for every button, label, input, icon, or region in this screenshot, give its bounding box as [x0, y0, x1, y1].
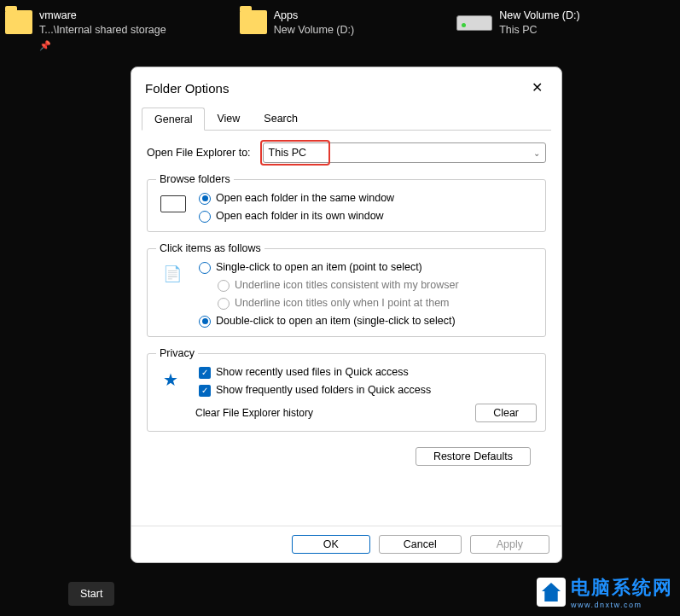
- watermark-title: 电脑系统网: [571, 575, 673, 601]
- clear-history-label: Clear File Explorer history: [195, 407, 313, 419]
- shortcut-name: vmware: [39, 9, 166, 23]
- watermark-logo-icon: [537, 578, 566, 607]
- folder-icon: [240, 10, 267, 34]
- watermark: 电脑系统网 www.dnxtw.com: [537, 575, 673, 609]
- open-explorer-label: Open File Explorer to:: [147, 147, 251, 159]
- radio-icon: [199, 262, 211, 274]
- chevron-down-icon: ⌄: [533, 148, 540, 158]
- desktop-shortcut-vmware[interactable]: vmware T...\Internal shared storage 📌: [0, 9, 166, 52]
- quick-access-icon: [163, 369, 183, 390]
- tabs: General View Search: [142, 107, 551, 131]
- radio-icon: [218, 298, 230, 310]
- radio-underline-browser: Underline icon titles consistent with my…: [218, 279, 537, 292]
- click-items-group: Click items as follows Single-click to o…: [147, 242, 546, 337]
- click-legend: Click items as follows: [156, 242, 264, 254]
- folder-options-dialog: Folder Options ✕ General View Search Ope…: [131, 67, 562, 563]
- cancel-button[interactable]: Cancel: [379, 535, 462, 554]
- desktop-shortcut-apps[interactable]: Apps New Volume (D:): [235, 9, 354, 52]
- dialog-title: Folder Options: [145, 81, 229, 96]
- open-explorer-dropdown[interactable]: This PC ⌄: [263, 142, 546, 163]
- close-button[interactable]: ✕: [528, 78, 546, 98]
- tab-view[interactable]: View: [205, 108, 252, 131]
- privacy-legend: Privacy: [156, 347, 198, 359]
- cursor-icon: [163, 264, 183, 287]
- radio-icon: [199, 211, 211, 223]
- radio-double-click[interactable]: Double-click to open an item (single-cli…: [199, 315, 537, 328]
- pin-icon: 📌: [39, 39, 166, 52]
- shortcut-name: New Volume (D:): [499, 9, 579, 23]
- tab-search[interactable]: Search: [252, 108, 310, 131]
- tab-general[interactable]: General: [142, 108, 205, 131]
- radio-single-click[interactable]: Single-click to open an item (point to s…: [199, 261, 537, 274]
- drive-icon: [456, 15, 492, 31]
- radio-same-window[interactable]: Open each folder in the same window: [199, 192, 537, 205]
- radio-icon: [199, 316, 211, 328]
- checkbox-icon: ✓: [199, 367, 211, 379]
- browse-folders-group: Browse folders Open each folder in the s…: [147, 173, 546, 232]
- dropdown-value: This PC: [269, 147, 306, 159]
- check-frequent-folders[interactable]: ✓ Show frequently used folders in Quick …: [199, 384, 537, 397]
- watermark-url: www.dnxtw.com: [571, 601, 673, 609]
- clear-button[interactable]: Clear: [475, 404, 537, 422]
- checkbox-icon: ✓: [199, 385, 211, 397]
- start-button[interactable]: Start: [68, 582, 114, 606]
- shortcut-path: T...\Internal shared storage: [39, 23, 166, 38]
- shortcut-name: Apps: [274, 9, 354, 23]
- restore-defaults-button[interactable]: Restore Defaults: [416, 447, 531, 466]
- apply-button[interactable]: Apply: [470, 535, 549, 554]
- ok-button[interactable]: OK: [292, 535, 370, 554]
- window-icon: [160, 195, 186, 212]
- check-recent-files[interactable]: ✓ Show recently used files in Quick acce…: [199, 366, 537, 379]
- shortcut-path: This PC: [499, 23, 579, 38]
- radio-underline-point: Underline icon titles only when I point …: [218, 297, 537, 310]
- browse-legend: Browse folders: [156, 173, 234, 185]
- shortcut-path: New Volume (D:): [274, 23, 354, 38]
- radio-icon: [218, 280, 230, 292]
- radio-own-window[interactable]: Open each folder in its own window: [199, 210, 537, 223]
- privacy-group: Privacy ✓ Show recently used files in Qu…: [147, 347, 546, 432]
- folder-icon: [5, 10, 32, 34]
- radio-icon: [199, 193, 211, 205]
- desktop-shortcut-new-volume[interactable]: New Volume (D:) This PC: [456, 9, 579, 52]
